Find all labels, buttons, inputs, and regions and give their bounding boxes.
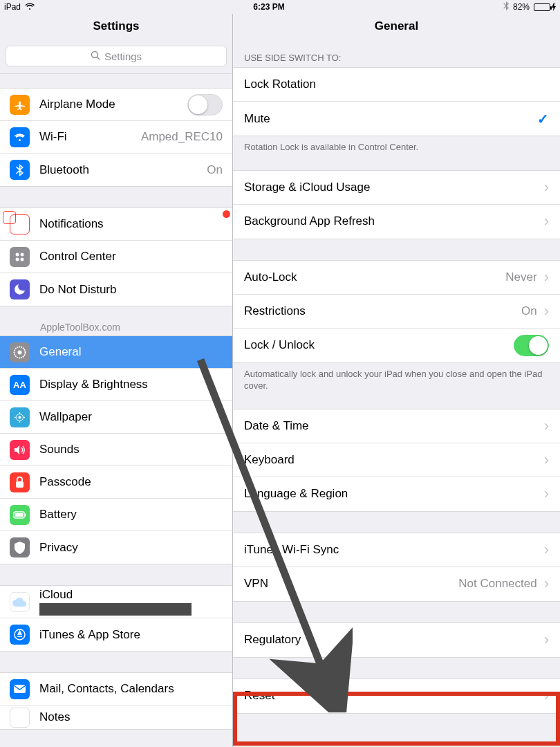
storage-label: Storage & iCloud Usage xyxy=(244,181,544,194)
svg-point-4 xyxy=(16,257,19,261)
notifications-label: Notifications xyxy=(39,217,223,231)
svg-point-3 xyxy=(21,252,24,256)
row-display[interactable]: AA Display & Brightness xyxy=(0,369,232,401)
battery-label: Battery xyxy=(39,508,223,522)
battery-icon xyxy=(534,3,556,11)
row-sounds[interactable]: Sounds xyxy=(0,434,232,466)
status-bar: iPad 6:23 PM 82% xyxy=(0,0,560,14)
chevron-icon: › xyxy=(544,180,549,195)
svg-line-1 xyxy=(97,57,100,59)
wifi-row-icon xyxy=(10,127,30,147)
row-notes[interactable]: Notes xyxy=(0,706,232,729)
side-switch-header: Use Side Switch to: xyxy=(233,40,560,67)
svg-point-2 xyxy=(16,252,19,256)
chevron-icon: › xyxy=(544,270,549,285)
row-lock-rotation[interactable]: Lock Rotation xyxy=(233,68,560,102)
date-time-label: Date & Time xyxy=(244,419,544,433)
row-itunes[interactable]: iTunes & App Store xyxy=(0,618,232,651)
group-general: General AA Display & Brightness Wallpape… xyxy=(0,335,232,564)
search-icon xyxy=(91,50,100,62)
chevron-icon: › xyxy=(544,418,549,434)
mail-icon xyxy=(10,679,30,699)
gear-icon xyxy=(10,342,30,362)
control-center-label: Control Center xyxy=(39,250,223,264)
restrictions-value: On xyxy=(521,304,537,318)
bluetooth-value: On xyxy=(207,163,223,177)
row-icloud[interactable]: iCloud xyxy=(0,586,232,618)
row-restrictions[interactable]: Restrictions On › xyxy=(233,295,560,329)
passcode-label: Passcode xyxy=(39,475,223,489)
row-privacy[interactable]: Privacy xyxy=(0,531,232,564)
passcode-icon xyxy=(10,472,30,492)
row-date-time[interactable]: Date & Time › xyxy=(233,409,560,443)
icloud-icon xyxy=(10,592,30,612)
itunes-sync-label: iTunes Wi-Fi Sync xyxy=(244,543,544,557)
row-control-center[interactable]: Control Center xyxy=(0,241,232,273)
row-bluetooth[interactable]: Bluetooth On xyxy=(0,154,232,186)
row-reset[interactable]: Reset › xyxy=(233,679,560,713)
auto-lock-label: Auto-Lock xyxy=(244,270,505,284)
bluetooth-row-icon xyxy=(10,160,30,180)
svg-point-5 xyxy=(21,257,24,261)
row-itunes-sync[interactable]: iTunes Wi-Fi Sync › xyxy=(233,533,560,567)
dnd-icon xyxy=(10,279,30,299)
row-airplane-mode[interactable]: Airplane Mode xyxy=(0,89,232,121)
detail-pane: General Use Side Switch to: Lock Rotatio… xyxy=(233,14,560,747)
battery-pct: 82% xyxy=(513,2,530,12)
row-mute[interactable]: Mute ✓ xyxy=(233,102,560,136)
reset-label: Reset xyxy=(244,689,544,703)
sounds-label: Sounds xyxy=(39,443,223,456)
chevron-icon: › xyxy=(544,632,549,647)
search-input[interactable]: Settings xyxy=(6,46,227,66)
row-storage[interactable]: Storage & iCloud Usage › xyxy=(233,171,560,205)
row-regulatory[interactable]: Regulatory › xyxy=(233,623,560,657)
display-label: Display & Brightness xyxy=(39,378,223,391)
display-icon: AA xyxy=(10,375,30,395)
control-center-icon xyxy=(10,247,30,267)
row-vpn[interactable]: VPN Not Connected › xyxy=(233,567,560,601)
row-wallpaper[interactable]: Wallpaper xyxy=(0,401,232,434)
lock-rotation-label: Lock Rotation xyxy=(244,77,549,91)
lock-unlock-toggle[interactable] xyxy=(514,335,549,356)
row-lock-unlock[interactable]: Lock / Unlock xyxy=(233,329,560,362)
row-notifications[interactable]: Notifications xyxy=(0,208,232,241)
vpn-value: Not Connected xyxy=(458,577,536,591)
svg-rect-16 xyxy=(25,513,26,516)
group-notifications: Notifications Control Center Do Not Dist… xyxy=(0,208,232,306)
chevron-icon: › xyxy=(544,576,549,591)
lock-unlock-label: Lock / Unlock xyxy=(244,338,514,352)
row-general[interactable]: General xyxy=(0,336,232,369)
vpn-label: VPN xyxy=(244,577,458,591)
svg-point-9 xyxy=(19,416,21,418)
row-passcode[interactable]: Passcode xyxy=(0,466,232,499)
search-placeholder: Settings xyxy=(104,50,142,62)
chevron-icon: › xyxy=(544,486,549,501)
chevron-icon: › xyxy=(544,214,549,229)
privacy-icon xyxy=(10,537,30,557)
svg-point-7 xyxy=(18,350,22,354)
dnd-label: Do Not Disturb xyxy=(39,283,223,297)
row-dnd[interactable]: Do Not Disturb xyxy=(0,273,232,306)
notifications-icon xyxy=(10,214,30,234)
airplane-label: Airplane Mode xyxy=(39,98,187,111)
wallpaper-label: Wallpaper xyxy=(39,410,223,424)
keyboard-label: Keyboard xyxy=(244,453,544,467)
row-wifi[interactable]: Wi-Fi Amped_REC10 xyxy=(0,121,232,154)
row-battery[interactable]: Battery xyxy=(0,499,232,531)
svg-rect-14 xyxy=(16,481,24,488)
row-keyboard[interactable]: Keyboard › xyxy=(233,443,560,477)
itunes-label: iTunes & App Store xyxy=(39,628,223,642)
icloud-label: iCloud xyxy=(39,588,223,616)
general-label: General xyxy=(39,345,223,359)
lock-unlock-footer: Automatically lock and unlock your iPad … xyxy=(233,363,560,392)
row-language[interactable]: Language & Region › xyxy=(233,477,560,511)
airplane-toggle[interactable] xyxy=(187,94,223,116)
row-bg-refresh[interactable]: Background App Refresh › xyxy=(233,205,560,239)
row-mail[interactable]: Mail, Contacts, Calendars xyxy=(0,673,232,706)
airplane-icon xyxy=(10,95,30,115)
watermark-text: AppleToolBox.com xyxy=(0,320,232,335)
privacy-label: Privacy xyxy=(39,541,223,555)
sounds-icon xyxy=(10,440,30,460)
row-auto-lock[interactable]: Auto-Lock Never › xyxy=(233,261,560,295)
redacted-email xyxy=(39,603,192,616)
